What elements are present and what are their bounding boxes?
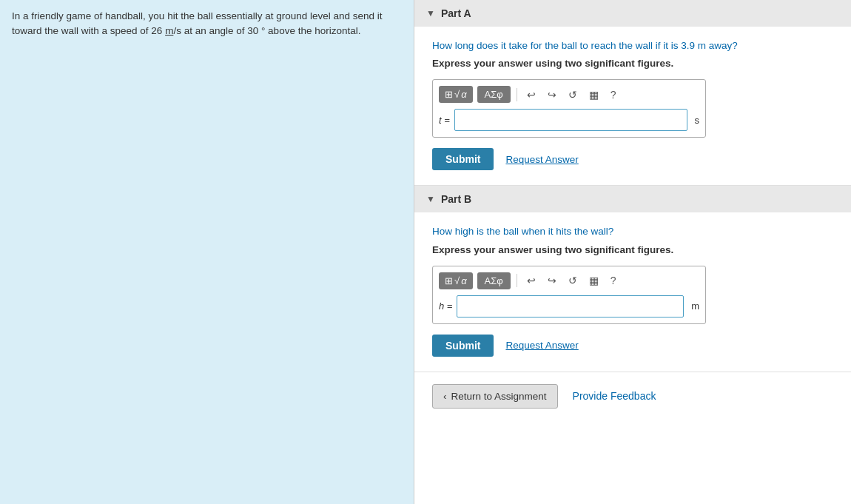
part-b-help-btn[interactable]: ? xyxy=(607,273,620,288)
part-b-answer-input[interactable] xyxy=(457,295,684,317)
return-to-assignment-btn[interactable]: ‹ Return to Assignment xyxy=(432,384,558,409)
part-b-instruction: Express your answer using two significan… xyxy=(432,244,833,255)
right-panel: ▼ Part A How long does it take for the b… xyxy=(414,0,851,504)
part-a-reset-btn[interactable]: ↺ xyxy=(565,87,581,102)
part-b-matrix-btn[interactable]: ⊞ √ α xyxy=(439,272,473,289)
part-a-answer-input[interactable] xyxy=(454,109,687,131)
provide-feedback-link[interactable]: Provide Feedback xyxy=(573,390,656,402)
part-b-content: How high is the ball when it hits the wa… xyxy=(414,212,851,371)
part-a-action-row: Submit Request Answer xyxy=(432,148,833,170)
return-chevron-icon: ‹ xyxy=(443,391,447,402)
part-b-keyboard-btn[interactable]: ▦ xyxy=(585,273,602,288)
part-b-sqrt-icon: √ xyxy=(454,275,460,286)
part-a-request-answer-btn[interactable]: Request Answer xyxy=(505,154,578,165)
part-a-greek-btn[interactable]: ΑΣφ xyxy=(477,86,511,103)
part-b-request-answer-btn[interactable]: Request Answer xyxy=(505,340,578,351)
part-b-greek-btn[interactable]: ΑΣφ xyxy=(477,272,511,289)
part-b-action-row: Submit Request Answer xyxy=(432,335,833,357)
part-a-toggle-icon: ▼ xyxy=(426,8,435,19)
part-a-answer-row: t = s xyxy=(439,109,699,131)
return-btn-label: Return to Assignment xyxy=(451,391,547,402)
part-b-greek-label: ΑΣφ xyxy=(485,275,503,286)
left-panel: In a friendly game of handball, you hit … xyxy=(0,0,414,504)
part-a-toolbar: ⊞ √ α ΑΣφ ↩ ↪ ↺ xyxy=(439,86,699,103)
part-a-undo-btn[interactable]: ↩ xyxy=(523,87,539,102)
part-b-toggle-icon: ▼ xyxy=(426,194,435,204)
part-a-separator xyxy=(517,88,517,101)
part-a-alpha-icon: α xyxy=(461,89,466,100)
part-a-help-btn[interactable]: ? xyxy=(607,87,620,102)
part-b-answer-row: h = m xyxy=(439,295,699,317)
part-b-alpha-icon: α xyxy=(461,275,466,286)
part-b-redo-icon: ↪ xyxy=(548,275,556,286)
part-a-answer-label: t = xyxy=(439,115,450,126)
part-a-question: How long does it take for the ball to re… xyxy=(432,38,833,53)
bottom-bar: ‹ Return to Assignment Provide Feedback xyxy=(414,372,851,420)
part-b-undo-btn[interactable]: ↩ xyxy=(523,273,539,288)
part-a-content: How long does it take for the ball to re… xyxy=(414,27,851,185)
part-a-submit-btn[interactable]: Submit xyxy=(432,148,494,170)
part-a-redo-btn[interactable]: ↪ xyxy=(544,87,560,102)
part-b-submit-btn[interactable]: Submit xyxy=(432,335,494,357)
part-a-instruction: Express your answer using two significan… xyxy=(432,58,833,69)
part-b-unit: m xyxy=(691,300,699,312)
part-b-keyboard-icon: ▦ xyxy=(589,275,599,286)
part-a-section: ▼ Part A How long does it take for the b… xyxy=(414,0,851,186)
part-b-separator xyxy=(517,274,517,287)
part-b-answer-box: ⊞ √ α ΑΣφ ↩ ↪ ↺ xyxy=(432,266,706,324)
part-a-undo-icon: ↩ xyxy=(527,89,536,101)
part-a-keyboard-icon: ▦ xyxy=(589,89,599,101)
part-a-title: Part A xyxy=(441,7,471,19)
part-b-reset-btn[interactable]: ↺ xyxy=(565,273,581,288)
part-a-matrix-btn[interactable]: ⊞ √ α xyxy=(439,86,473,103)
part-b-reset-icon: ↺ xyxy=(568,275,577,286)
part-a-greek-label: ΑΣφ xyxy=(485,89,503,100)
part-a-answer-box: ⊞ √ α ΑΣφ ↩ ↪ ↺ xyxy=(432,79,706,138)
part-b-header[interactable]: ▼ Part B xyxy=(414,186,851,212)
part-b-section: ▼ Part B How high is the ball when it hi… xyxy=(414,186,851,372)
part-b-answer-label: h = xyxy=(439,300,452,312)
problem-text: In a friendly game of handball, you hit … xyxy=(12,9,402,39)
part-b-title: Part B xyxy=(441,193,471,205)
part-b-undo-icon: ↩ xyxy=(527,275,536,286)
part-b-redo-btn[interactable]: ↪ xyxy=(544,273,560,288)
part-a-unit: s xyxy=(695,115,700,126)
part-b-question: How high is the ball when it hits the wa… xyxy=(432,224,833,239)
part-a-help-label: ? xyxy=(610,89,616,101)
part-a-redo-icon: ↪ xyxy=(548,89,556,101)
part-a-reset-icon: ↺ xyxy=(568,89,577,101)
part-a-keyboard-btn[interactable]: ▦ xyxy=(585,87,602,102)
part-a-matrix-icon: ⊞ xyxy=(445,89,453,100)
part-b-toolbar: ⊞ √ α ΑΣφ ↩ ↪ ↺ xyxy=(439,272,699,289)
part-b-help-label: ? xyxy=(610,275,616,286)
part-b-matrix-icon: ⊞ xyxy=(445,275,453,286)
part-a-sqrt-icon: √ xyxy=(454,89,460,100)
part-a-header[interactable]: ▼ Part A xyxy=(414,0,851,27)
